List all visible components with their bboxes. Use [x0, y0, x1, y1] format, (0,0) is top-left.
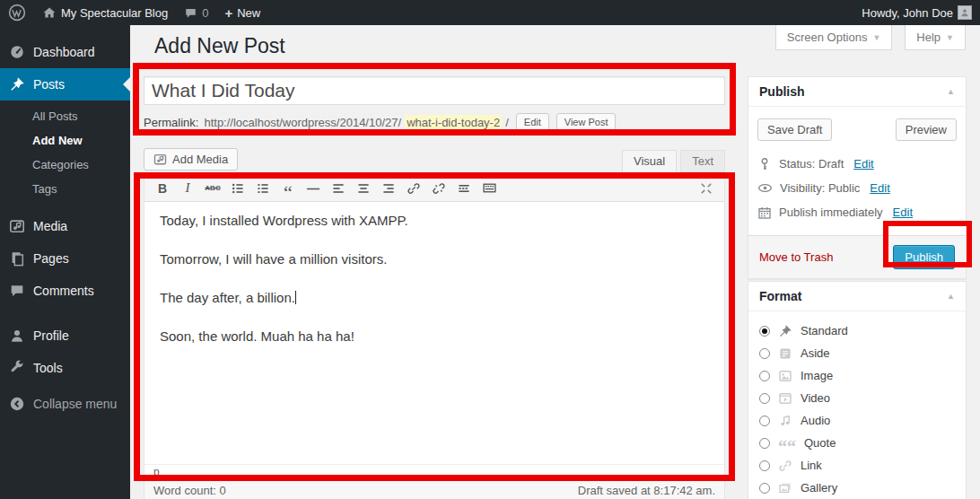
format-radio[interactable] — [759, 393, 770, 404]
screen-options-tab[interactable]: Screen Options ▼ — [775, 25, 893, 50]
align-right-icon[interactable] — [377, 178, 400, 199]
admin-sidebar: Dashboard Posts All Posts Add New Catego… — [0, 25, 130, 499]
sidebar-item-label: Collapse menu — [33, 397, 117, 411]
horizontal-rule-icon[interactable]: — — [302, 178, 325, 199]
post-paragraph: Tomorrow, I will have a million visitors… — [160, 250, 709, 268]
format-box-title: Format — [759, 289, 801, 303]
aside-icon — [778, 346, 792, 361]
chevron-down-icon: ▼ — [872, 33, 880, 42]
editor-mode-tabs: Visual Text — [622, 150, 725, 172]
format-radio[interactable] — [759, 326, 770, 337]
gallery-icon — [778, 481, 792, 495]
site-name-menu[interactable]: My Spectacular Blog — [34, 0, 176, 25]
permalink-row: Permalink: http://localhost/wordpress/20… — [144, 113, 725, 131]
permalink-slug: what-i-did-today-2 — [405, 115, 502, 130]
format-option-quote[interactable]: ““ Quote — [759, 432, 955, 454]
add-media-button[interactable]: Add Media — [144, 148, 238, 171]
format-radio[interactable] — [759, 371, 770, 381]
format-option-image[interactable]: Image — [759, 364, 955, 387]
submenu-item-categories[interactable]: Categories — [0, 153, 130, 177]
format-option-link[interactable]: Link — [759, 454, 955, 477]
toggle-up-icon[interactable]: ▲ — [947, 292, 955, 301]
numbered-list-icon[interactable] — [251, 178, 275, 199]
admin-bar-comments[interactable]: 0 — [176, 0, 216, 25]
sidebar-item-pages[interactable]: Pages — [0, 242, 130, 275]
publish-box-body: Save Draft Preview Status: Draft Edit — [748, 107, 966, 224]
format-radio[interactable] — [759, 348, 770, 359]
admin-bar-new-menu[interactable]: + New — [216, 0, 268, 25]
sidebar-item-label: Profile — [33, 328, 69, 343]
word-count: Word count: 0 — [153, 484, 226, 497]
format-radio[interactable] — [759, 438, 770, 449]
comments-bubble-icon — [184, 6, 197, 20]
plus-icon: + — [224, 6, 232, 20]
blockquote-icon[interactable]: “ — [276, 178, 300, 199]
edit-schedule-link[interactable]: Edit — [893, 206, 913, 219]
media-icon — [9, 218, 25, 234]
more-tag-icon[interactable] — [452, 178, 476, 199]
format-box-header[interactable]: Format ▲ — [748, 282, 966, 311]
move-to-trash-link[interactable]: Move to Trash — [759, 250, 833, 264]
text-cursor — [295, 291, 296, 304]
align-center-icon[interactable] — [352, 178, 375, 199]
toggle-up-icon[interactable]: ▲ — [947, 87, 955, 96]
visibility-text: Visibility: Public — [780, 181, 860, 195]
edit-status-link[interactable]: Edit — [853, 157, 873, 171]
view-post-button[interactable]: View Post — [556, 113, 617, 131]
main-content: Add New Post Screen Options ▼ Help ▼ Per… — [130, 25, 980, 499]
format-radio[interactable] — [759, 416, 770, 426]
chevron-down-icon: ▼ — [946, 33, 954, 42]
calendar-icon — [757, 206, 772, 220]
sidebar-item-comments[interactable]: Comments — [0, 275, 130, 307]
submenu-item-all-posts[interactable]: All Posts — [0, 104, 130, 128]
publish-button[interactable]: Publish — [893, 245, 955, 269]
sidebar-item-dashboard[interactable]: Dashboard — [0, 36, 130, 68]
schedule-row: Publish immediately Edit — [757, 200, 957, 224]
wordpress-admin-add-new-post: My Spectacular Blog 0 + New Howdy, John … — [0, 0, 980, 499]
format-radio[interactable] — [759, 483, 770, 494]
format-option-audio[interactable]: Audio — [759, 409, 955, 432]
eye-icon — [757, 180, 773, 196]
pushpin-icon — [9, 76, 25, 92]
submenu-item-tags[interactable]: Tags — [0, 177, 130, 201]
sidebar-item-tools[interactable]: Tools — [0, 352, 130, 384]
edit-visibility-link[interactable]: Edit — [870, 181, 889, 195]
bold-icon[interactable]: B — [151, 178, 174, 199]
insert-link-icon[interactable] — [402, 178, 425, 199]
align-left-icon[interactable] — [327, 178, 350, 199]
comments-icon — [9, 283, 25, 299]
editor-content-area[interactable]: Today, I installed Wordpress with XAMPP.… — [144, 202, 724, 464]
wordpress-logo-menu[interactable] — [0, 0, 34, 25]
my-account-menu[interactable]: Howdy, John Doe — [853, 0, 980, 25]
toolbar-toggle-icon[interactable] — [477, 178, 501, 199]
format-option-standard[interactable]: Standard — [759, 320, 955, 342]
format-option-aside[interactable]: Aside — [759, 342, 955, 364]
post-title-input[interactable] — [144, 76, 725, 105]
sidebar-item-media[interactable]: Media — [0, 210, 130, 242]
visual-tab[interactable]: Visual — [622, 150, 677, 172]
text-tab[interactable]: Text — [680, 150, 725, 172]
post-paragraph: The day after, a billion. — [160, 288, 709, 307]
format-option-video[interactable]: Video — [759, 387, 955, 409]
italic-icon[interactable]: I — [176, 178, 199, 199]
edit-permalink-button[interactable]: Edit — [516, 113, 549, 131]
strikethrough-icon[interactable]: ABC — [201, 178, 224, 199]
sidebar-item-profile[interactable]: Profile — [0, 320, 130, 352]
element-path: p — [153, 466, 160, 478]
post-status-info-bar: Word count: 0 Draft saved at 8:17:42 am. — [144, 481, 725, 499]
format-radio[interactable] — [759, 460, 770, 471]
format-option-gallery[interactable]: Gallery — [759, 477, 955, 499]
bulleted-list-icon[interactable] — [226, 178, 249, 199]
save-draft-button[interactable]: Save Draft — [757, 118, 832, 141]
preview-button[interactable]: Preview — [896, 118, 957, 141]
distraction-free-icon[interactable] — [695, 178, 718, 199]
help-tab[interactable]: Help ▼ — [905, 25, 966, 50]
sidebar-item-posts[interactable]: Posts — [0, 68, 130, 101]
publish-box-header[interactable]: Publish ▲ — [748, 77, 966, 107]
remove-link-icon[interactable] — [427, 178, 451, 199]
image-icon — [778, 369, 792, 383]
pushpin-icon — [778, 324, 792, 338]
sidebar-item-collapse-menu[interactable]: Collapse menu — [0, 388, 130, 420]
submenu-item-add-new[interactable]: Add New — [0, 128, 130, 153]
element-path-bar: p — [144, 464, 724, 480]
